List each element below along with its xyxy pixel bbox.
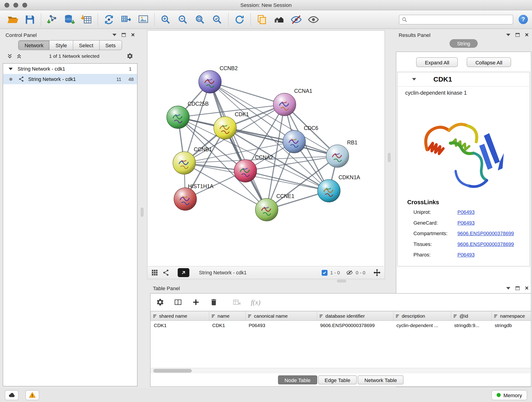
add-icon[interactable]	[192, 298, 200, 306]
import-network-database-button[interactable]	[61, 12, 78, 27]
tab-style[interactable]: Style	[50, 41, 73, 50]
refresh-view-button[interactable]	[231, 12, 248, 27]
save-session-button[interactable]	[21, 12, 38, 27]
network-node-CDK1[interactable]: CDK1	[214, 111, 249, 139]
float-panel-icon[interactable]	[516, 33, 520, 37]
function-builder-button[interactable]: f(x)	[251, 298, 260, 306]
network-node-RB1[interactable]: RB1	[326, 140, 358, 167]
search-input[interactable]	[399, 15, 513, 24]
crosslink-link[interactable]: P06493	[457, 209, 475, 215]
apply-layout-button[interactable]	[100, 12, 118, 27]
collapse-all-button[interactable]: Collapse All	[467, 57, 511, 67]
tab-node-table[interactable]: Node Table	[278, 375, 317, 384]
copy-document-button[interactable]	[253, 12, 271, 27]
column-header-description[interactable]: description	[393, 311, 451, 321]
close-panel-icon[interactable]: ×	[525, 32, 529, 38]
window-title: Session: New Session	[240, 2, 292, 8]
zoom-out-button[interactable]	[174, 12, 191, 27]
network-canvas[interactable]: CCNB2CCNA1CDC25BCDK1CDC6RB1CCNB1CCNA2CDK…	[147, 31, 385, 266]
selected-checkbox[interactable]	[322, 270, 328, 276]
crosslink-link[interactable]: P06493	[457, 252, 475, 257]
scrollbar-thumb[interactable]	[153, 369, 192, 373]
splitter-handle[interactable]	[388, 153, 391, 162]
minimize-window-button[interactable]	[13, 3, 18, 7]
tab-network[interactable]: Network	[19, 41, 50, 50]
pan-move-icon[interactable]	[373, 269, 381, 277]
column-header-name[interactable]: name	[209, 311, 246, 321]
show-all-button[interactable]	[305, 12, 322, 27]
table-horizontal-scrollbar[interactable]	[151, 368, 531, 373]
crosslink-link[interactable]: 9606.ENSP00000378699	[457, 241, 514, 247]
column-header-database-identifier[interactable]: database identifier	[317, 311, 393, 321]
export-image-button[interactable]	[135, 12, 152, 27]
tab-network-table[interactable]: Network Table	[358, 375, 404, 384]
network-collection-row[interactable]: String Network - cdk1 1	[3, 64, 137, 74]
close-window-button[interactable]	[5, 3, 9, 7]
table-row[interactable]: CDK1CDK1P064939606.ENSP00000378699cyclin…	[151, 321, 531, 330]
splitter-handle[interactable]	[337, 280, 346, 282]
network-to-table-button[interactable]	[118, 12, 135, 27]
float-panel-icon[interactable]	[122, 33, 126, 37]
tab-sets[interactable]: Sets	[99, 41, 121, 50]
tab-select[interactable]: Select	[73, 41, 99, 50]
home-button[interactable]	[271, 12, 288, 27]
open-session-button[interactable]	[4, 12, 21, 27]
import-network-file-button[interactable]	[44, 12, 61, 27]
zoom-fit-button[interactable]	[191, 12, 209, 27]
column-header-canonical-name[interactable]: canonical name	[246, 311, 317, 321]
open-in-new-window-button[interactable]	[178, 268, 190, 277]
node-label: CCNB1	[194, 147, 212, 153]
zoom-window-button[interactable]	[22, 3, 27, 7]
gear-icon[interactable]	[156, 298, 164, 306]
import-table-icon	[81, 13, 93, 25]
zoom-in-button[interactable]	[157, 12, 174, 27]
gear-icon[interactable]	[127, 53, 133, 60]
protein-card-header[interactable]: CDK1	[398, 72, 530, 87]
network-node-CDC6[interactable]: CDC6	[283, 125, 318, 153]
network-node-CCNB1[interactable]: CCNB1	[173, 147, 212, 174]
tab-string[interactable]: String	[450, 39, 478, 48]
network-row[interactable]: String Network - cdk1 11 48	[3, 74, 137, 84]
column-header-shared-name[interactable]: shared name	[151, 311, 209, 321]
hide-selection-button[interactable]	[288, 12, 305, 27]
collapse-panel-icon[interactable]	[506, 33, 510, 36]
collapse-panel-icon[interactable]	[506, 287, 510, 289]
node-label: RB1	[347, 140, 357, 146]
cloud-status-button[interactable]	[5, 390, 19, 400]
crosslink-link[interactable]: 9606.ENSP00000378699	[457, 230, 514, 236]
hidden-eye-slash-icon[interactable]	[346, 269, 353, 276]
expand-all-button[interactable]: Expand All	[416, 57, 458, 67]
float-panel-icon[interactable]	[516, 286, 520, 290]
tab-edge-table[interactable]: Edge Table	[318, 375, 357, 384]
zoom-selected-button[interactable]	[209, 12, 226, 27]
columns-icon[interactable]	[174, 298, 182, 306]
help-button[interactable]: ?	[519, 15, 528, 24]
crosslinks-title: CrossLinks	[398, 196, 530, 207]
crosslink-label: GeneCard:	[413, 220, 457, 225]
birdseye-grid-icon[interactable]	[151, 269, 158, 276]
import-table-button[interactable]	[78, 12, 95, 27]
tree-disclosure-icon[interactable]	[9, 68, 13, 70]
network-node-CDKN1A[interactable]: CDKN1A	[317, 174, 360, 202]
crosslink-link[interactable]: P06493	[457, 220, 475, 225]
memory-button[interactable]: Memory	[491, 390, 527, 400]
crosslink-row: Uniprot:P06493	[398, 207, 530, 217]
network-edge[interactable]	[210, 82, 285, 104]
collapse-section-icon[interactable]	[412, 78, 416, 81]
close-panel-icon[interactable]: ×	[131, 32, 135, 38]
column-header--id[interactable]: @id	[451, 311, 492, 321]
delete-icon[interactable]	[210, 298, 218, 306]
collapse-all-tree-icon[interactable]	[16, 53, 22, 59]
network-node-HIST1H1A[interactable]: HIST1H1A	[174, 183, 214, 211]
column-sort-icon	[494, 314, 498, 318]
network-node-CCNA1[interactable]: CCNA1	[273, 88, 312, 116]
splitter-handle[interactable]	[141, 208, 143, 217]
column-header-namespace[interactable]: namespace	[492, 311, 531, 321]
network-edge[interactable]	[210, 82, 267, 210]
close-panel-icon[interactable]: ×	[525, 285, 529, 291]
network-share-icon[interactable]	[163, 269, 170, 276]
collapse-panel-icon[interactable]	[113, 33, 117, 36]
control-panel-tabs: NetworkStyleSelectSets	[18, 40, 122, 51]
expand-all-tree-icon[interactable]	[7, 53, 13, 59]
warnings-button[interactable]	[25, 390, 39, 400]
